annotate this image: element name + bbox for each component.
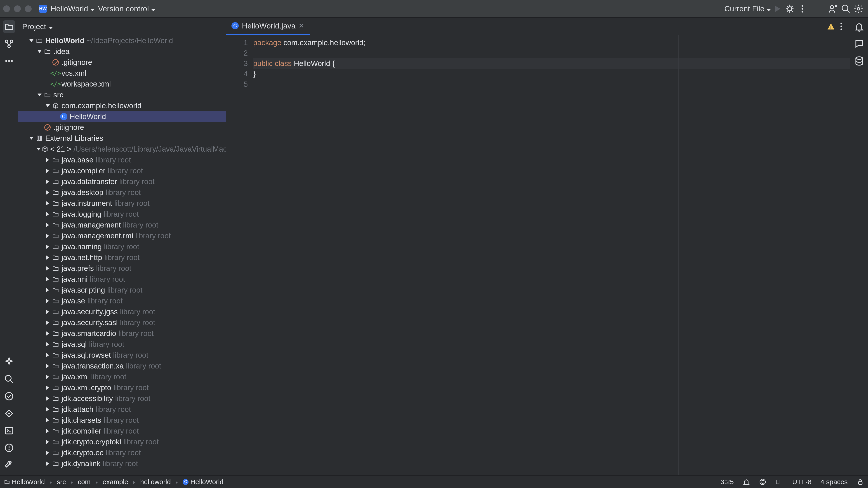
- tree-row[interactable]: src: [18, 90, 226, 100]
- project-tool-button[interactable]: [3, 20, 16, 33]
- tree-row[interactable]: .gitignore: [18, 57, 226, 68]
- expand-arrow-icon[interactable]: [45, 429, 51, 433]
- more-actions-icon[interactable]: [796, 2, 809, 15]
- tree-row[interactable]: < 21 >/Users/helenscott/Library/Java/Jav…: [18, 144, 226, 155]
- expand-arrow-icon[interactable]: [29, 39, 34, 42]
- breadcrumb-item[interactable]: helloworld: [140, 478, 170, 486]
- expand-arrow-icon[interactable]: [45, 299, 51, 303]
- find-tool-icon[interactable]: [3, 373, 16, 385]
- tree-row[interactable]: </>workspace.xml: [18, 78, 226, 90]
- expand-arrow-icon[interactable]: [45, 158, 51, 162]
- notifications-tool-icon[interactable]: [853, 20, 866, 33]
- tree-row[interactable]: java.sqllibrary root: [18, 339, 226, 350]
- expand-arrow-icon[interactable]: [37, 94, 42, 96]
- expand-arrow-icon[interactable]: [45, 462, 51, 466]
- expand-arrow-icon[interactable]: [45, 451, 51, 455]
- tree-row[interactable]: java.desktoplibrary root: [18, 187, 226, 198]
- caret-position[interactable]: 3:25: [721, 478, 734, 486]
- tree-row[interactable]: java.transaction.xalibrary root: [18, 361, 226, 371]
- tree-row[interactable]: java.logginglibrary root: [18, 209, 226, 220]
- expand-arrow-icon[interactable]: [45, 353, 51, 357]
- expand-arrow-icon[interactable]: [45, 418, 51, 422]
- tree-row[interactable]: HelloWorld~/IdeaProjects/HelloWorld: [18, 35, 226, 46]
- project-panel-header[interactable]: Project: [18, 18, 226, 35]
- run-button[interactable]: [771, 2, 783, 15]
- expand-arrow-icon[interactable]: [29, 137, 34, 140]
- expand-arrow-icon[interactable]: [37, 50, 42, 53]
- tree-row[interactable]: java.smartcardiolibrary root: [18, 328, 226, 339]
- navigation-bar[interactable]: HelloWorldsrccomexamplehelloworldCHelloW…: [4, 478, 223, 486]
- breadcrumb-item[interactable]: example: [103, 478, 128, 486]
- code-content[interactable]: package com.example.helloworld; public c…: [253, 35, 850, 475]
- expand-arrow-icon[interactable]: [45, 331, 51, 335]
- expand-arrow-icon[interactable]: [45, 180, 51, 184]
- database-tool-icon[interactable]: [853, 55, 866, 67]
- tree-row[interactable]: java.xmllibrary root: [18, 371, 226, 382]
- window-controls[interactable]: [3, 5, 32, 12]
- tree-row[interactable]: java.net.httplibrary root: [18, 252, 226, 263]
- tree-row[interactable]: jdk.compilerlibrary root: [18, 426, 226, 436]
- expand-arrow-icon[interactable]: [45, 342, 51, 346]
- tree-row[interactable]: java.scriptinglibrary root: [18, 285, 226, 295]
- expand-arrow-icon[interactable]: [45, 169, 51, 173]
- ai-chat-tool-icon[interactable]: [853, 37, 866, 50]
- line-separator[interactable]: LF: [775, 478, 783, 486]
- close-window-icon[interactable]: [3, 5, 10, 12]
- search-everywhere-icon[interactable]: [839, 2, 852, 15]
- problems-tool-icon[interactable]: [3, 442, 16, 454]
- project-menu[interactable]: HelloWorld: [51, 4, 94, 13]
- tree-row[interactable]: java.selibrary root: [18, 295, 226, 306]
- terminal-tool-icon[interactable]: [3, 424, 16, 437]
- file-encoding[interactable]: UTF-8: [792, 478, 811, 486]
- project-badge[interactable]: HW: [39, 5, 47, 13]
- breadcrumb-item[interactable]: src: [57, 478, 66, 486]
- tree-row[interactable]: java.compilerlibrary root: [18, 165, 226, 176]
- tree-row[interactable]: jdk.accessibilitylibrary root: [18, 393, 226, 404]
- tree-row[interactable]: External Libraries: [18, 133, 226, 144]
- project-tree[interactable]: HelloWorld~/IdeaProjects/HelloWorld.idea…: [18, 35, 226, 475]
- tree-row[interactable]: java.security.jgsslibrary root: [18, 306, 226, 317]
- code-editor[interactable]: 12345 package com.example.helloworld; pu…: [226, 35, 850, 475]
- tree-row[interactable]: .idea: [18, 46, 226, 57]
- expand-arrow-icon[interactable]: [45, 375, 51, 379]
- expand-arrow-icon[interactable]: [37, 148, 41, 151]
- ai-assistant-icon[interactable]: [3, 356, 16, 368]
- expand-arrow-icon[interactable]: [45, 212, 51, 216]
- tree-row[interactable]: jdk.dynalinklibrary root: [18, 458, 226, 469]
- tree-row[interactable]: java.naminglibrary root: [18, 241, 226, 252]
- inspection-warning-icon[interactable]: [827, 22, 835, 31]
- expand-arrow-icon[interactable]: [45, 234, 51, 238]
- notification-status-icon[interactable]: [743, 478, 750, 486]
- tree-row[interactable]: java.baselibrary root: [18, 155, 226, 165]
- settings-icon[interactable]: [852, 2, 865, 15]
- expand-arrow-icon[interactable]: [45, 386, 51, 390]
- tree-row[interactable]: com.example.helloworld: [18, 100, 226, 111]
- run-config-selector[interactable]: Current File: [724, 4, 771, 13]
- expand-arrow-icon[interactable]: [45, 245, 51, 249]
- tree-row[interactable]: java.security.sasllibrary root: [18, 317, 226, 328]
- tree-row[interactable]: .gitignore: [18, 122, 226, 133]
- tree-row[interactable]: jdk.crypto.cryptokilibrary root: [18, 436, 226, 447]
- tree-row[interactable]: java.xml.cryptolibrary root: [18, 382, 226, 393]
- breadcrumb-item[interactable]: HelloWorld: [4, 478, 45, 486]
- code-with-me-icon[interactable]: [827, 2, 839, 15]
- expand-arrow-icon[interactable]: [45, 277, 51, 281]
- tree-row[interactable]: java.sql.rowsetlibrary root: [18, 350, 226, 361]
- tree-row[interactable]: jdk.charsetslibrary root: [18, 415, 226, 426]
- indent-info[interactable]: 4 spaces: [820, 478, 848, 486]
- debug-button[interactable]: [783, 2, 796, 15]
- todo-tool-icon[interactable]: [3, 390, 16, 402]
- tree-row[interactable]: java.rmilibrary root: [18, 274, 226, 285]
- tree-row[interactable]: java.management.rmilibrary root: [18, 230, 226, 241]
- close-tab-icon[interactable]: ✕: [299, 22, 304, 30]
- minimize-window-icon[interactable]: [14, 5, 21, 12]
- more-tools-icon[interactable]: [3, 55, 16, 67]
- expand-arrow-icon[interactable]: [45, 223, 51, 227]
- expand-arrow-icon[interactable]: [45, 256, 51, 260]
- expand-arrow-icon[interactable]: [45, 191, 51, 195]
- expand-arrow-icon[interactable]: [45, 104, 51, 107]
- expand-arrow-icon[interactable]: [45, 408, 51, 412]
- readonly-lock-icon[interactable]: [857, 478, 864, 486]
- editor-tab[interactable]: C HelloWorld.java ✕: [226, 18, 310, 35]
- expand-arrow-icon[interactable]: [45, 440, 51, 444]
